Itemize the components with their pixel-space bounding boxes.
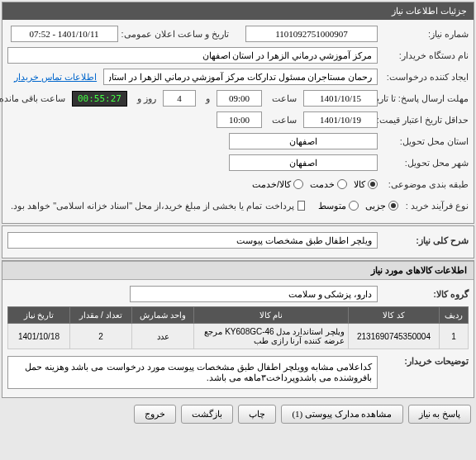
cell-unit: عدد	[132, 324, 194, 349]
group-field[interactable]	[130, 286, 378, 302]
radio-goods[interactable]: کالا	[354, 179, 378, 190]
category-label: طبقه بندی موضوعی:	[378, 179, 469, 190]
cell-row: 1	[440, 324, 469, 349]
th-unit: واحد شمارش	[132, 307, 194, 324]
radio-icon	[388, 201, 398, 211]
summary-panel: شرح کلی نیاز:	[2, 225, 474, 258]
attachments-button[interactable]: مشاهده مدارک پیوستی (1)	[281, 405, 402, 424]
process-radio-group: جزیی متوسط	[318, 201, 398, 211]
group-label: گروه کالا:	[378, 289, 469, 300]
location-label: استان محل تحویل:	[378, 136, 469, 147]
panel-body: شماره نیاز: تاریخ و ساعت اعلان عمومی: نا…	[2, 20, 474, 223]
radio-service[interactable]: خدمت	[310, 179, 347, 190]
table-header-row: ردیف کد کالا نام کالا واحد شمارش تعداد /…	[8, 307, 469, 324]
request-no-field[interactable]	[245, 26, 378, 42]
cell-date: 1401/10/18	[8, 324, 70, 349]
goods-table: ردیف کد کالا نام کالا واحد شمارش تعداد /…	[7, 306, 469, 349]
panel-title: جزئیات اطلاعات نیاز	[2, 2, 474, 20]
th-date: تاریخ نیاز	[8, 307, 70, 324]
cell-name: ویلچر استاندارد مدل KY608GC-46 مرجع عرضه…	[194, 324, 349, 349]
buyer-label: نام دستگاه خریدار:	[378, 50, 469, 61]
requester-label: ایجاد کننده درخواست:	[378, 72, 469, 83]
notes-text: کداعلامی مشابه وویلچر اطفال طبق مشخصات پ…	[7, 356, 378, 389]
radio-icon	[368, 179, 378, 189]
goods-panel: اطلاعات کالاهای مورد نیاز گروه کالا: ردی…	[2, 260, 474, 398]
buyer-field[interactable]	[7, 47, 378, 64]
reply-button[interactable]: پاسخ به نیاز	[408, 405, 472, 424]
button-bar: پاسخ به نیاز مشاهده مدارک پیوستی (1) چاپ…	[0, 400, 476, 429]
radio-label: جزیی	[365, 201, 386, 211]
radio-both[interactable]: کالا/خدمت	[252, 179, 303, 190]
goods-section-title: اطلاعات کالاهای مورد نیاز	[2, 261, 474, 280]
validity-label: حداقل تاریخ اعتبار قیمت: تا تاریخ:	[378, 115, 469, 126]
location-field[interactable]	[229, 133, 378, 149]
radio-icon	[349, 201, 359, 211]
payment-checkbox[interactable]	[298, 201, 306, 211]
remaining-label: ساعت باقی مانده	[0, 93, 65, 104]
table-row[interactable]: 1 2131690745350004 ویلچر استاندارد مدل K…	[8, 324, 469, 349]
request-no-label: شماره نیاز:	[378, 29, 469, 40]
radio-label: کالا	[354, 179, 365, 190]
announce-label: تاریخ و ساعت اعلان عمومی:	[118, 29, 229, 40]
days-field[interactable]	[163, 90, 196, 107]
validity-date-field[interactable]	[303, 111, 378, 128]
cell-qty: 2	[70, 324, 132, 349]
exit-button[interactable]: خروج	[134, 405, 176, 424]
deadline-time-field[interactable]	[217, 90, 262, 107]
radio-label: متوسط	[318, 201, 346, 211]
back-button[interactable]: بازگشت	[181, 405, 233, 424]
cell-code: 2131690745350004	[349, 324, 440, 349]
city-field[interactable]	[229, 154, 378, 171]
payment-note: پرداخت تمام یا بخشی از مبلغ خرید،از محل …	[7, 201, 294, 211]
deadline-date-field[interactable]	[303, 90, 378, 107]
th-name: نام کالا	[194, 307, 349, 324]
print-button[interactable]: چاپ	[238, 405, 276, 424]
contact-link[interactable]: اطلاعات تماس خریدار	[14, 72, 97, 83]
deadline-label: مهلت ارسال پاسخ: تا تاریخ:	[378, 93, 469, 104]
radio-label: کالا/خدمت	[252, 179, 291, 190]
process-label: نوع فرآیند خرید :	[398, 201, 469, 211]
notes-label: توضیحات خریدار:	[378, 356, 469, 367]
summary-label: شرح کلی نیاز:	[378, 235, 469, 246]
time-label-2: ساعت	[269, 115, 297, 126]
countdown-timer: 00:55:27	[72, 91, 127, 107]
radio-label: خدمت	[310, 179, 335, 190]
th-qty: تعداد / مقدار	[70, 307, 132, 324]
th-row: ردیف	[440, 307, 469, 324]
days-label: روز و	[134, 93, 156, 104]
radio-icon	[293, 179, 303, 189]
time-label-1: ساعت	[269, 93, 297, 104]
radio-icon	[337, 179, 347, 189]
radio-partial[interactable]: جزیی	[365, 201, 398, 211]
requester-field[interactable]	[103, 69, 378, 85]
announce-datetime-field[interactable]	[11, 26, 118, 42]
main-panel: جزئیات اطلاعات نیاز شماره نیاز: تاریخ و …	[2, 2, 474, 224]
validity-time-field[interactable]	[217, 111, 262, 128]
radio-medium[interactable]: متوسط	[318, 201, 359, 211]
summary-field[interactable]	[7, 232, 378, 249]
and-label: و	[202, 93, 210, 104]
th-code: کد کالا	[349, 307, 440, 324]
city-label: شهر محل تحویل:	[378, 158, 469, 168]
category-radio-group: کالا خدمت کالا/خدمت	[252, 179, 378, 190]
